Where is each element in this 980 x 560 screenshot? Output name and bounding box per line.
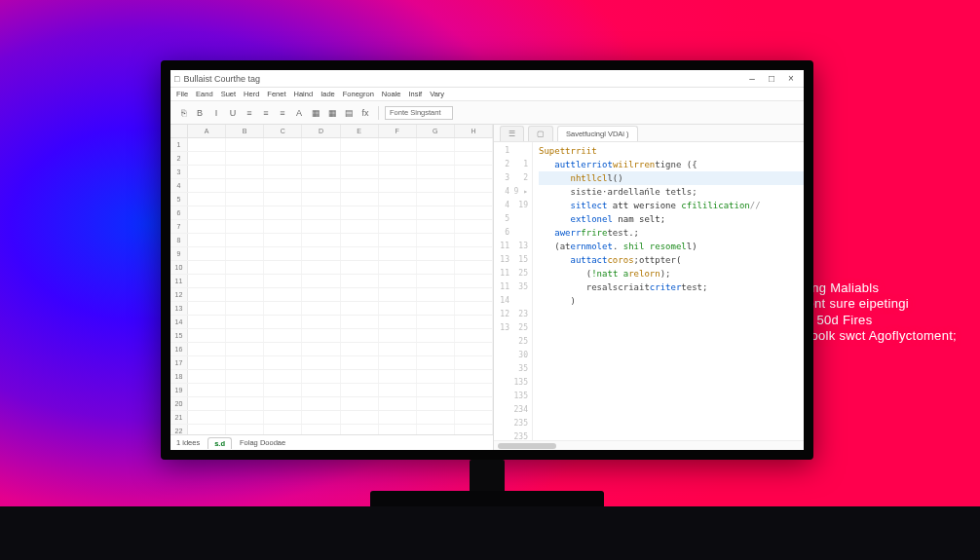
code-line[interactable]: sistie·ardellańle tetls; [539, 185, 804, 199]
table-row[interactable]: 16 [170, 343, 493, 356]
cell[interactable] [341, 234, 379, 246]
cell[interactable] [455, 275, 493, 287]
cell[interactable] [455, 234, 493, 246]
cell[interactable] [226, 384, 264, 396]
cell[interactable] [188, 397, 226, 410]
cell[interactable] [302, 247, 340, 260]
cell[interactable] [379, 275, 417, 287]
editor-active-tab[interactable]: Savetfucingl VDAi ) [557, 126, 638, 141]
cell[interactable] [341, 220, 379, 233]
column-header[interactable]: D [302, 125, 340, 137]
row-header[interactable]: 14 [170, 316, 188, 328]
table-row[interactable]: 2 [170, 152, 493, 166]
row-header[interactable]: 17 [170, 356, 188, 369]
row-header[interactable]: 19 [170, 384, 188, 396]
row-header[interactable]: 12 [170, 288, 188, 301]
menu-item[interactable]: Haind [294, 90, 314, 98]
cell[interactable] [188, 384, 226, 396]
cell[interactable] [417, 193, 455, 205]
cell[interactable] [379, 425, 417, 434]
table-row[interactable]: 21 [170, 411, 493, 425]
row-header[interactable]: 8 [170, 234, 188, 246]
menu-item[interactable]: File [176, 90, 188, 98]
column-header[interactable]: B [226, 125, 264, 137]
cell[interactable] [341, 384, 379, 396]
cell[interactable] [379, 193, 417, 205]
toolbar-button[interactable]: ▦ [325, 106, 339, 120]
cell[interactable] [379, 152, 417, 165]
row-header[interactable]: 9 [170, 247, 188, 260]
toolbar-button[interactable]: ▦ [309, 106, 322, 120]
table-row[interactable]: 3 [170, 166, 493, 179]
table-row[interactable]: 15 [170, 329, 493, 343]
cell[interactable] [302, 275, 340, 287]
row-header[interactable]: 3 [170, 166, 188, 178]
cell[interactable] [188, 302, 226, 315]
cell[interactable] [302, 179, 340, 192]
menu-item[interactable]: Insif [408, 90, 422, 98]
cell[interactable] [455, 411, 493, 424]
cell[interactable] [188, 234, 226, 246]
table-row[interactable]: 22 [170, 425, 493, 434]
cell[interactable] [417, 384, 455, 396]
scrollbar-thumb[interactable] [498, 443, 556, 449]
code-line[interactable]: awerr frire test.; [539, 226, 804, 240]
cell[interactable] [226, 247, 264, 260]
cell[interactable] [455, 356, 493, 369]
cell[interactable] [455, 384, 493, 396]
cell[interactable] [188, 275, 226, 287]
cell[interactable] [264, 316, 302, 328]
cell[interactable] [188, 166, 226, 178]
cell[interactable] [226, 425, 264, 434]
cell[interactable] [264, 411, 302, 424]
cell[interactable] [226, 411, 264, 424]
menu-item[interactable]: Eand [196, 90, 213, 98]
table-row[interactable]: 1 [170, 138, 493, 152]
maximize-button[interactable]: □ [763, 72, 780, 86]
cell[interactable] [226, 397, 264, 410]
cell[interactable] [302, 220, 340, 233]
cell[interactable] [379, 206, 417, 219]
code-line[interactable] [539, 308, 804, 321]
cell[interactable] [341, 275, 379, 287]
cell[interactable] [379, 288, 417, 301]
cell[interactable] [417, 247, 455, 260]
cell[interactable] [302, 193, 340, 205]
cell[interactable] [302, 370, 340, 383]
toolbar-button[interactable]: ≡ [276, 106, 289, 120]
cell[interactable] [264, 261, 302, 274]
cell[interactable] [188, 261, 226, 274]
cell[interactable] [379, 356, 417, 369]
cell[interactable] [455, 288, 493, 301]
cell[interactable] [379, 220, 417, 233]
cell[interactable] [264, 193, 302, 205]
cell[interactable] [455, 316, 493, 328]
cell[interactable] [341, 193, 379, 205]
table-row[interactable]: 8 [170, 234, 493, 247]
cell[interactable] [341, 261, 379, 274]
toolbar-button[interactable]: ≡ [243, 106, 256, 120]
cell[interactable] [302, 425, 340, 434]
row-header[interactable]: 1 [170, 138, 188, 151]
code-line[interactable]: sitlect att wersione cfililication // [539, 199, 804, 212]
cell[interactable] [264, 356, 302, 369]
cell[interactable] [226, 234, 264, 246]
cell[interactable] [302, 329, 340, 342]
code-line[interactable] [539, 321, 804, 335]
row-header[interactable]: 11 [170, 275, 188, 287]
table-row[interactable]: 4 [170, 179, 493, 193]
cell[interactable] [379, 343, 417, 355]
cell[interactable] [417, 261, 455, 274]
cell[interactable] [264, 206, 302, 219]
cell[interactable] [379, 370, 417, 383]
cell[interactable] [302, 206, 340, 219]
cell[interactable] [188, 193, 226, 205]
toolbar-button[interactable]: ▤ [342, 106, 356, 120]
code-line[interactable]: Supettrriit [539, 144, 804, 158]
cell[interactable] [226, 370, 264, 383]
table-row[interactable]: 10 [170, 261, 493, 275]
table-row[interactable]: 9 [170, 247, 493, 261]
cell[interactable] [417, 356, 455, 369]
cell[interactable] [417, 425, 455, 434]
cell[interactable] [341, 425, 379, 434]
